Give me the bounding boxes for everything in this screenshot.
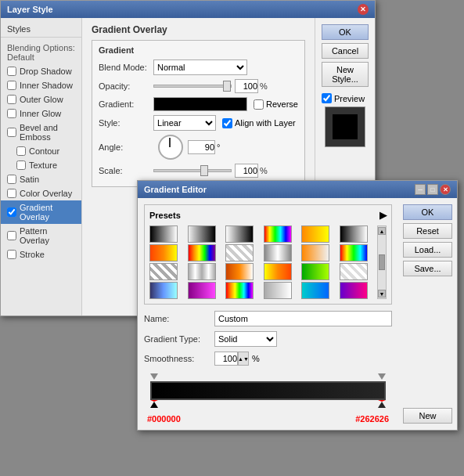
preset-item[interactable] <box>225 263 254 280</box>
preset-item[interactable] <box>340 282 368 299</box>
opacity-input[interactable]: 100 <box>235 79 258 93</box>
preset-item[interactable] <box>188 263 216 280</box>
sidebar-item-blending[interactable]: Blending Options: Default <box>1 41 81 64</box>
ge-save-button[interactable]: Save... <box>403 261 452 276</box>
ge-load-button[interactable]: Load... <box>403 242 452 258</box>
minimize-icon[interactable]: ─ <box>415 184 426 195</box>
sidebar-item-contour[interactable]: Contour <box>1 144 81 158</box>
presets-scrollbar[interactable]: ▲ ▼ <box>377 225 387 299</box>
preset-item[interactable] <box>340 225 368 243</box>
gradient-preview[interactable] <box>153 97 247 111</box>
bevel-emboss-checkbox[interactable] <box>7 128 16 137</box>
scroll-up-icon[interactable]: ▲ <box>378 227 386 235</box>
sidebar-item-label: Drop Shadow <box>20 67 72 76</box>
ok-button[interactable]: OK <box>322 24 369 40</box>
texture-checkbox[interactable] <box>16 160 26 170</box>
reverse-checkbox[interactable] <box>254 99 264 110</box>
blend-mode-select[interactable]: Normal Multiply Screen Overlay <box>153 60 247 75</box>
preset-item[interactable] <box>149 244 178 261</box>
preset-item[interactable] <box>301 244 329 261</box>
sidebar-item-pattern-overlay[interactable]: Pattern Overlay <box>1 224 81 247</box>
sidebar-item-gradient-overlay[interactable]: Gradient Overlay <box>1 200 81 224</box>
sidebar-item-color-overlay[interactable]: Color Overlay <box>1 186 81 200</box>
scale-input[interactable]: 100 <box>235 164 258 178</box>
sidebar-item-satin[interactable]: Satin <box>1 172 81 186</box>
opacity-label: Opacity: <box>99 81 153 91</box>
preset-item[interactable] <box>340 263 368 280</box>
ge-ok-button[interactable]: OK <box>403 204 452 220</box>
preset-item[interactable] <box>264 282 292 299</box>
preset-item[interactable] <box>149 225 178 243</box>
preset-item[interactable] <box>301 225 329 243</box>
reverse-label: Reverse <box>266 99 298 109</box>
presets-grid-wrapper: ▲ ▼ <box>149 225 387 299</box>
maximize-icon[interactable]: □ <box>427 184 438 195</box>
preset-item[interactable] <box>225 225 254 243</box>
gradient-type-select[interactable]: Solid Noise <box>214 331 277 347</box>
presets-section: Presets ▶ ▲ ▼ <box>144 204 392 305</box>
opacity-stop-left[interactable] <box>150 373 158 380</box>
cancel-button[interactable]: Cancel <box>322 43 369 59</box>
satin-checkbox[interactable] <box>7 175 16 184</box>
inner-shadow-checkbox[interactable] <box>7 81 16 90</box>
gradient-bar[interactable] <box>150 381 386 400</box>
pattern-overlay-checkbox[interactable] <box>7 231 16 240</box>
preset-item[interactable] <box>149 282 178 299</box>
gradient-overlay-checkbox[interactable] <box>7 207 16 217</box>
color-stop-left[interactable] <box>150 400 158 408</box>
new-style-button[interactable]: New Style... <box>322 62 369 87</box>
sidebar-item-texture[interactable]: Texture <box>1 158 81 172</box>
align-layer-row: Align with Layer <box>222 118 296 128</box>
sidebar-item-drop-shadow[interactable]: Drop Shadow <box>1 64 81 78</box>
sidebar-item-outer-glow[interactable]: Outer Glow <box>1 92 81 106</box>
angle-dial[interactable] <box>158 135 183 160</box>
drop-shadow-checkbox[interactable] <box>7 67 16 76</box>
preset-item[interactable] <box>149 263 178 280</box>
preset-item[interactable] <box>188 282 216 299</box>
preset-item[interactable] <box>264 225 292 243</box>
preset-item[interactable] <box>188 225 216 243</box>
sidebar-item-label: Stroke <box>20 250 45 259</box>
scale-slider[interactable] <box>153 169 232 172</box>
preset-item[interactable] <box>301 263 329 280</box>
outer-glow-checkbox[interactable] <box>7 95 16 104</box>
scroll-thumb[interactable] <box>379 254 385 270</box>
color-stop-right[interactable] <box>378 400 386 408</box>
preset-item[interactable] <box>225 244 254 261</box>
smoothness-stepper[interactable]: ▲▼ <box>238 352 249 366</box>
sidebar-item-inner-shadow[interactable]: Inner Shadow <box>1 78 81 92</box>
inner-glow-checkbox[interactable] <box>7 109 16 118</box>
preset-item[interactable] <box>264 263 292 280</box>
preset-item[interactable] <box>225 282 254 299</box>
contour-checkbox[interactable] <box>16 146 26 156</box>
close-icon[interactable]: ✕ <box>358 4 369 15</box>
sidebar-item-bevel-emboss[interactable]: Bevel and Emboss <box>1 121 81 144</box>
ge-new-button[interactable]: New <box>403 408 452 424</box>
close-icon[interactable]: ✕ <box>440 184 451 195</box>
opacity-slider[interactable] <box>153 85 232 88</box>
align-layer-checkbox[interactable] <box>222 118 232 128</box>
preset-item[interactable] <box>301 282 329 299</box>
sidebar-item-stroke[interactable]: Stroke <box>1 247 81 261</box>
angle-input[interactable]: 90 <box>188 140 215 154</box>
style-select[interactable]: Linear Radial Angle <box>153 115 216 131</box>
name-input[interactable] <box>214 311 392 326</box>
sidebar-item-inner-glow[interactable]: Inner Glow <box>1 106 81 121</box>
color-overlay-checkbox[interactable] <box>7 189 16 198</box>
scroll-down-icon[interactable]: ▼ <box>378 290 386 298</box>
preview-checkbox[interactable] <box>322 93 332 103</box>
preset-item[interactable] <box>264 244 292 261</box>
style-label: Style: <box>99 118 153 128</box>
stroke-checkbox[interactable] <box>7 250 16 259</box>
layer-style-titlebar: Layer Style ✕ <box>1 1 375 18</box>
angle-label: Angle: <box>99 142 153 152</box>
preset-item[interactable] <box>340 244 368 261</box>
gradient-editor-body: Presets ▶ ▲ ▼ Name: Grad <box>138 198 457 430</box>
preview-label: Preview <box>334 94 365 103</box>
ge-reset-button[interactable]: Reset <box>403 223 452 239</box>
presets-arrow-icon[interactable]: ▶ <box>379 210 387 221</box>
preset-item[interactable] <box>188 244 216 261</box>
smoothness-input[interactable]: 100 <box>214 352 238 366</box>
opacity-percent: % <box>260 81 268 91</box>
opacity-stop-right[interactable] <box>378 373 386 380</box>
